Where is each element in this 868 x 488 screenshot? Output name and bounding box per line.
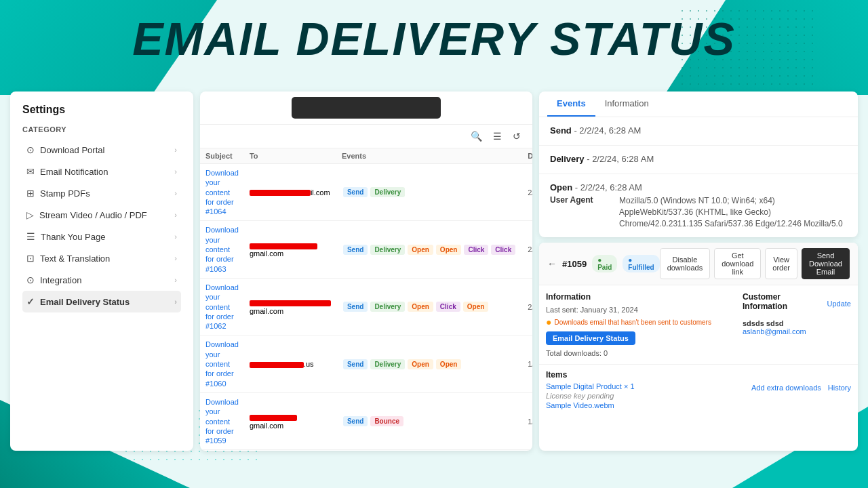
chevron-right-icon: › [174, 211, 177, 219]
tab-information[interactable]: Information [595, 92, 658, 117]
chevron-right-icon: › [174, 189, 177, 197]
table-row[interactable]: Download your content for order #1064 il… [200, 164, 532, 221]
cell-date: 2/2/24, 6:28 AM [522, 221, 532, 278]
redacted-email [250, 362, 304, 368]
tab-events[interactable]: Events [547, 92, 595, 117]
refresh-icon-button[interactable]: ↺ [509, 129, 524, 144]
event-date: - 2/2/24, 6:28 AM [575, 182, 642, 192]
email-panel: 🔍 ☰ ↺ Subject To Events Date Download yo… [200, 92, 532, 451]
menu-item-label-integration: Integration [40, 275, 81, 285]
sidebar-item-thank-you-page[interactable]: ☰ Thank You Page › [22, 226, 181, 247]
order-header-actions: Disable downloadsGet download linkView o… [660, 248, 850, 279]
menu-icon-thank-you-page: ☰ [26, 231, 35, 242]
menu-item-left: ⊡ Text & Translation [26, 253, 110, 264]
customer-email[interactable]: aslanb@gmail.com [743, 327, 806, 336]
sidebar-item-text-translation[interactable]: ⊡ Text & Translation › [22, 247, 181, 269]
send-download-email-button[interactable]: Send Download Email [802, 248, 850, 279]
cell-date: 1/31/24, 4:46 AM [522, 392, 532, 449]
email-subject-link[interactable]: Download your content for order #1059 [205, 398, 239, 445]
product-link[interactable]: Sample Digital Product × 1 [546, 382, 635, 390]
events-panel: EventsInformation Send - 2/2/24, 6:28 AM… [539, 92, 858, 451]
cell-to: gmail.com [244, 278, 336, 335]
menu-item-left: ▷ Stream Video / Audio / PDF [26, 209, 147, 220]
badge-open: Open [436, 245, 462, 255]
menu-icon-email-delivery-status: ✓ [26, 296, 35, 307]
email-delivery-status-button[interactable]: Email Delivery Status [546, 331, 635, 345]
back-button[interactable]: ← [547, 258, 557, 269]
email-subject-link[interactable]: Download your content for order #1064 [205, 169, 239, 216]
badge-click: Click [436, 302, 460, 312]
order-header: ← #1059 ● Paid ● Fulfilled Disable downl… [539, 243, 858, 285]
sidebar-item-stamp-pdfs[interactable]: ⊞ Stamp PDFs › [22, 182, 181, 204]
search-icon-button[interactable]: 🔍 [467, 129, 486, 144]
sidebar-item-integration[interactable]: ⊙ Integration › [22, 269, 181, 291]
badge-bounce: Bounce [370, 416, 403, 426]
table-row[interactable]: Download your content for order #1060 .u… [200, 336, 532, 392]
history-link[interactable]: History [828, 384, 851, 392]
table-row[interactable]: Download your content for order #1063 gm… [200, 221, 532, 278]
sidebar-item-email-notification[interactable]: ✉ Email Notification › [22, 161, 181, 182]
order-action-disable-downloads[interactable]: Disable downloads [660, 248, 711, 279]
order-info-col: Information Last sent: January 31, 2024 … [546, 292, 736, 357]
email-header-bar [200, 92, 532, 125]
col-to: To [244, 148, 336, 164]
cell-events: SendDeliveryOpenOpenClickClick [336, 221, 522, 278]
badge-click: Click [491, 245, 515, 255]
email-subject-link[interactable]: Download your content for order #1063 [205, 226, 239, 272]
order-card: ← #1059 ● Paid ● Fulfilled Disable downl… [539, 243, 858, 451]
product-file-link[interactable]: Sample Video.webm [546, 401, 635, 409]
menu-item-left: ✉ Email Notification [26, 166, 108, 177]
cell-events: SendDeliveryOpenOpen [336, 336, 522, 392]
badge-send: Send [343, 359, 368, 369]
status-paid: ● Paid [592, 255, 617, 272]
order-action-view-order[interactable]: View order [765, 248, 797, 279]
badge-send: Send [343, 187, 368, 197]
cell-events: SendDelivery [336, 164, 522, 221]
sidebar-item-stream-video[interactable]: ▷ Stream Video / Audio / PDF › [22, 204, 181, 226]
email-subject-link[interactable]: Download your content for order #1062 [205, 283, 239, 330]
update-link[interactable]: Update [827, 300, 851, 308]
badge-open: Open [463, 302, 489, 312]
cell-to: il.com [244, 164, 336, 221]
order-items: Items Sample Digital Product × 1 License… [539, 364, 858, 415]
sidebar-item-email-delivery-status[interactable]: ✓ Email Delivery Status › [22, 291, 181, 312]
menu-item-left: ⊙ Integration [26, 274, 81, 285]
cell-date: 2/3/24, 11:45 PM [522, 164, 532, 221]
event-date: - 2/2/24, 6:28 AM [574, 125, 641, 136]
email-table: Subject To Events Date Download your con… [200, 148, 532, 451]
table-row[interactable]: Download your content for order #1058 .c… [200, 450, 532, 451]
menu-list: ⊙ Download Portal › ✉ Email Notification… [22, 139, 181, 312]
sidebar-item-download-portal[interactable]: ⊙ Download Portal › [22, 139, 181, 161]
chevron-right-icon: › [174, 232, 177, 241]
menu-icon-stamp-pdfs: ⊞ [26, 188, 35, 199]
table-row[interactable]: Download your content for order #1059 gm… [200, 392, 532, 449]
add-extra-downloads-link[interactable]: Add extra downloads [751, 384, 821, 392]
order-info-title: Information [546, 292, 736, 302]
menu-item-label-text-translation: Text & Translation [40, 253, 110, 264]
menu-item-label-stamp-pdfs: Stamp PDFs [40, 188, 90, 199]
badge-click: Click [464, 245, 488, 255]
cell-events: SendDelivery [336, 450, 522, 451]
cell-date: 2/2/24, 12:11 AM [522, 278, 532, 335]
chevron-right-icon: › [174, 254, 177, 262]
event-detail-value: Mozilla/5.0 (Windows NT 10.0; Win64; x64… [619, 195, 847, 229]
order-action-get-download-link[interactable]: Get download link [714, 248, 761, 279]
event-entry-send: Send - 2/2/24, 6:28 AM [539, 117, 858, 146]
cell-date: 1/31/24, 3:27 PM [522, 336, 532, 392]
license-key: License key pending [546, 392, 635, 400]
email-subject-link[interactable]: Download your content for order #1060 [205, 340, 239, 387]
cell-events: SendBounce [336, 392, 522, 449]
badge-delivery: Delivery [370, 245, 405, 255]
col-date: Date [522, 148, 532, 164]
filter-icon-button[interactable]: ☰ [490, 129, 505, 144]
table-row[interactable]: Download your content for order #1062 gm… [200, 278, 532, 335]
menu-item-label-email-notification: Email Notification [40, 167, 108, 177]
event-detail-row: User Agent Mozilla/5.0 (Windows NT 10.0;… [550, 195, 847, 229]
search-bar[interactable] [292, 97, 441, 119]
cell-to: .com [244, 450, 336, 451]
menu-item-label-download-portal: Download Portal [40, 145, 104, 155]
event-entry-open: Open - 2/2/24, 6:28 AM User Agent Mozill… [539, 174, 858, 237]
email-scroll[interactable]: Subject To Events Date Download your con… [200, 148, 532, 451]
cell-to: .us [244, 336, 336, 392]
category-label: Category [22, 125, 181, 134]
